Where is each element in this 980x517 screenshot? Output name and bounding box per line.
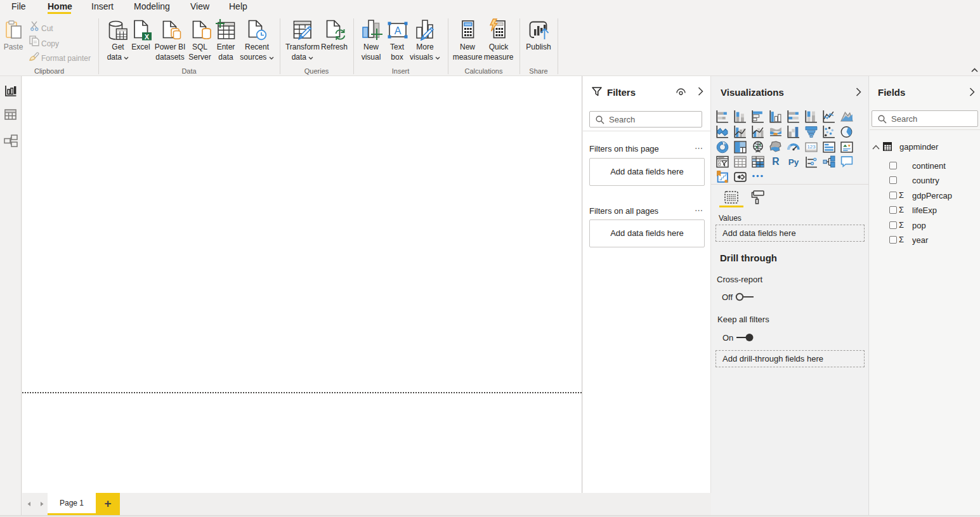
svg-text:123: 123 xyxy=(807,144,816,150)
svg-text:R: R xyxy=(772,156,780,167)
svg-text:A: A xyxy=(395,25,402,36)
svg-text:Py: Py xyxy=(788,157,799,167)
svg-text:X: X xyxy=(145,33,150,41)
